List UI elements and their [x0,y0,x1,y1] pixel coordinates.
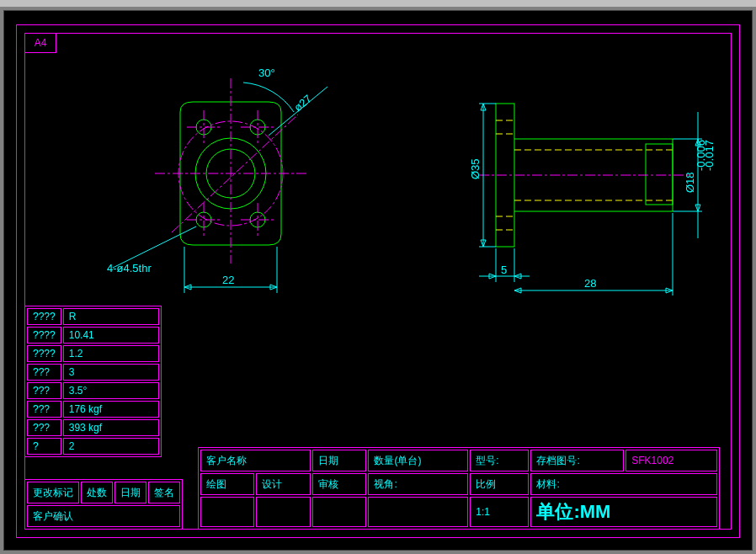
svg-rect-33 [646,144,673,205]
units-label: 单位:MM [536,501,610,522]
dim-tol2: -0.017 [703,140,716,171]
dim-holes: 4-ø4.5thr [107,262,152,274]
spec-table: ????R ????10.41 ????1.2 ???3 ???3.5° ???… [24,306,162,457]
cad-window: A4 30° ø27 4-ø4.5thr 22 Ø35 Ø18 -0.006 -… [0,0,756,554]
dim-22: 22 [222,274,234,286]
front-view: 30° ø27 4-ø4.5thr 22 [107,67,327,293]
title-block: 客户名称日期数量(单台)型号:存档图号:SFK1002 绘图设计审核视角:比例材… [198,447,720,530]
revision-block: 更改标记处数日期签名 客户确认 [24,479,183,530]
dim-dia27: ø27 [291,92,314,114]
dim-5: 5 [501,264,507,276]
dim-28: 28 [584,277,596,290]
side-view: Ø35 Ø18 -0.006 -0.017 5 28 [469,104,716,296]
dim-35: Ø35 [469,158,482,179]
dim-angle: 30° [258,67,275,79]
toolbar[interactable] [0,0,756,7]
dim-18: Ø18 [684,172,696,193]
drawing-number: SFK1002 [626,450,717,471]
drawing-canvas[interactable]: A4 30° ø27 4-ø4.5thr 22 Ø35 Ø18 -0.006 -… [3,10,753,551]
